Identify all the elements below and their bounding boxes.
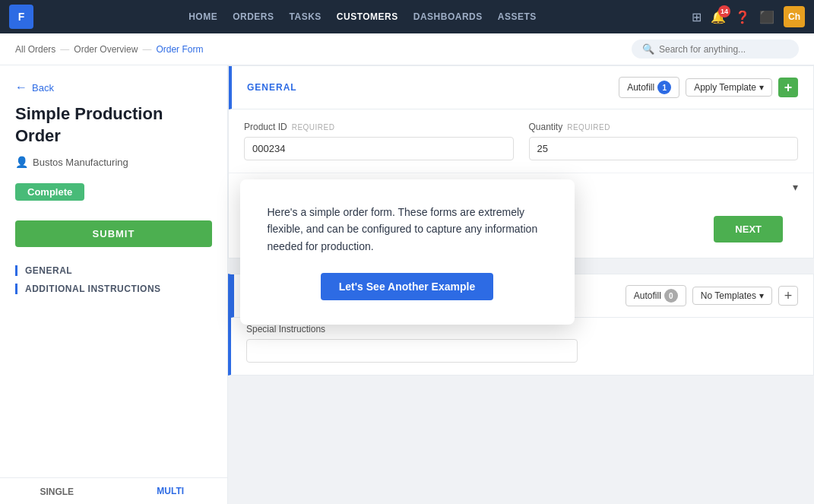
tooltip-action-button[interactable]: Let's See Another Example xyxy=(321,273,493,300)
tooltip-text: Here's a simple order form. These forms … xyxy=(268,204,547,255)
tooltip-overlay: Here's a simple order form. These forms … xyxy=(0,0,814,504)
tooltip-box: Here's a simple order form. These forms … xyxy=(240,179,575,325)
